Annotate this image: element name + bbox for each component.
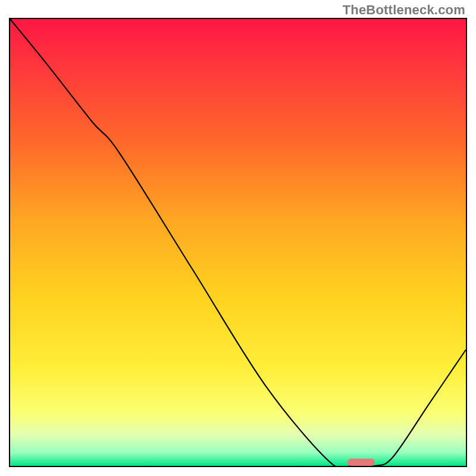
optimal-range-marker: [347, 459, 375, 466]
watermark-text: TheBottleneck.com: [343, 2, 465, 18]
chart-container: TheBottleneck.com: [0, 0, 476, 476]
plot-frame: [9, 18, 467, 467]
bottleneck-curve: [10, 19, 466, 466]
